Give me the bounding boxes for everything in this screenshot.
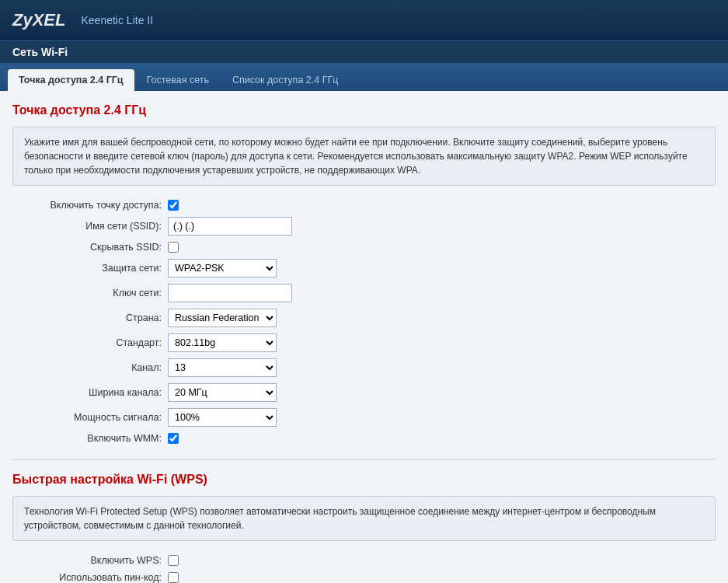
enable-wps-checkbox[interactable]: [168, 555, 179, 566]
power-label: Мощность сигнала:: [12, 412, 168, 423]
pin-row: Использовать пин-код:: [12, 572, 716, 583]
standard-select[interactable]: 802.11b 802.11bg 802.11g 802.11bgn 802.1…: [168, 333, 277, 352]
pin-control: [168, 572, 179, 583]
enable-ap-control: [168, 200, 179, 211]
tab-access-point[interactable]: Точка доступа 2.4 ГГц: [8, 69, 134, 91]
wps-title: Быстрая настройка Wi-Fi (WPS): [12, 473, 716, 487]
enable-wps-label: Включить WPS:: [12, 555, 168, 566]
hide-ssid-checkbox[interactable]: [168, 242, 179, 253]
bandwidth-row: Ширина канала: 20 МГц 40 МГц 20/40 МГц: [12, 383, 716, 402]
channel-select[interactable]: 1234 5678 9101112 13Авто: [168, 358, 277, 377]
pin-label: Использовать пин-код:: [12, 572, 168, 583]
key-input[interactable]: [168, 284, 292, 302]
power-control: 25% 50% 75% 100%: [168, 408, 277, 427]
country-label: Страна:: [12, 312, 168, 323]
channel-label: Канал:: [12, 362, 168, 373]
enable-ap-checkbox[interactable]: [168, 200, 179, 211]
logo-zyxel: ZyXEL: [12, 10, 65, 30]
logo-text: ZyXEL: [12, 10, 65, 30]
access-point-title: Точка доступа 2.4 ГГц: [12, 103, 716, 117]
tab-guest-network[interactable]: Гостевая сеть: [136, 69, 220, 91]
security-label: Защита сети:: [12, 263, 168, 274]
wmm-label: Включить WMM:: [12, 433, 168, 444]
standard-control: 802.11b 802.11bg 802.11g 802.11bgn 802.1…: [168, 333, 277, 352]
hide-ssid-row: Скрывать SSID:: [12, 242, 716, 253]
access-point-info: Укажите имя для вашей беспроводной сети,…: [12, 127, 716, 186]
key-control: [168, 284, 292, 302]
header: ZyXEL Keenetic Lite II: [0, 0, 728, 40]
ssid-input[interactable]: [168, 217, 292, 236]
wmm-checkbox[interactable]: [168, 433, 179, 444]
bandwidth-control: 20 МГц 40 МГц 20/40 МГц: [168, 383, 277, 402]
enable-wps-row: Включить WPS:: [12, 555, 716, 566]
standard-label: Стандарт:: [12, 337, 168, 348]
main-content: Точка доступа 2.4 ГГц Укажите имя для ва…: [0, 91, 728, 583]
enable-ap-row: Включить точку доступа:: [12, 200, 716, 211]
enable-ap-label: Включить точку доступа:: [12, 200, 168, 211]
ssid-label: Имя сети (SSID):: [12, 221, 168, 232]
standard-row: Стандарт: 802.11b 802.11bg 802.11g 802.1…: [12, 333, 716, 352]
wmm-control: [168, 433, 179, 444]
hide-ssid-label: Скрывать SSID:: [12, 242, 168, 253]
bandwidth-select[interactable]: 20 МГц 40 МГц 20/40 МГц: [168, 383, 277, 402]
key-row: Ключ сети:: [12, 284, 716, 302]
tabs-bar: Точка доступа 2.4 ГГц Гостевая сеть Спис…: [0, 63, 728, 91]
section-divider: [12, 459, 716, 460]
tab-access-list[interactable]: Список доступа 2.4 ГГц: [221, 69, 349, 91]
channel-row: Канал: 1234 5678 9101112 13Авто: [12, 358, 716, 377]
page-title-bar: Сеть Wi-Fi: [0, 40, 728, 63]
power-row: Мощность сигнала: 25% 50% 75% 100%: [12, 408, 716, 427]
pin-checkbox[interactable]: [168, 572, 179, 583]
security-select[interactable]: WPA2-PSK Нет WEP WPA-PSK WPA/WPA2-PSK: [168, 259, 277, 278]
country-control: Russian Federation United States Germany…: [168, 309, 277, 327]
enable-wps-control: [168, 555, 179, 566]
country-row: Страна: Russian Federation United States…: [12, 309, 716, 327]
key-label: Ключ сети:: [12, 288, 168, 298]
wps-section: Быстрая настройка Wi-Fi (WPS) Технология…: [12, 473, 716, 583]
ssid-control: [168, 217, 292, 236]
product-name: Keenetic Lite II: [81, 14, 153, 26]
power-select[interactable]: 25% 50% 75% 100%: [168, 408, 277, 427]
country-select[interactable]: Russian Federation United States Germany…: [168, 309, 277, 327]
security-row: Защита сети: WPA2-PSK Нет WEP WPA-PSK WP…: [12, 259, 716, 278]
page-title: Сеть Wi-Fi: [12, 46, 68, 58]
wmm-row: Включить WMM:: [12, 433, 716, 444]
ssid-row: Имя сети (SSID):: [12, 217, 716, 236]
security-control: WPA2-PSK Нет WEP WPA-PSK WPA/WPA2-PSK: [168, 259, 277, 278]
bandwidth-label: Ширина канала:: [12, 387, 168, 398]
channel-control: 1234 5678 9101112 13Авто: [168, 358, 277, 377]
wps-info: Технология Wi-Fi Protected Setup (WPS) п…: [12, 496, 716, 541]
access-point-section: Точка доступа 2.4 ГГц Укажите имя для ва…: [12, 103, 716, 444]
hide-ssid-control: [168, 242, 179, 253]
